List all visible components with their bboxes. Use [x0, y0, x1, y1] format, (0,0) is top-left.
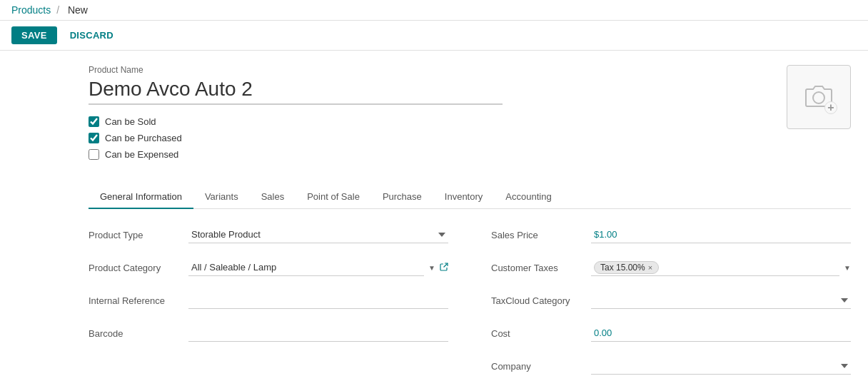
cost-value	[591, 325, 851, 342]
product-category-external-link-icon[interactable]	[440, 263, 448, 273]
checkboxes-section: Can be Sold Can be Purchased Can be Expe…	[89, 116, 787, 160]
sales-price-input[interactable]	[591, 226, 851, 243]
svg-point-0	[813, 92, 824, 103]
form-left: Product Type Storable Product Consumable…	[89, 223, 448, 381]
customer-taxes-row: Customer Taxes Tax 15.00% × ▼	[491, 256, 851, 279]
product-type-value: Storable Product Consumable Service	[188, 226, 448, 243]
tab-general-information[interactable]: General Information	[89, 186, 193, 209]
sales-price-row: Sales Price	[491, 223, 851, 246]
tab-point-of-sale[interactable]: Point of Sale	[296, 186, 371, 209]
company-select[interactable]	[591, 357, 851, 375]
internal-reference-row: Internal Reference	[89, 289, 448, 312]
product-category-row: Product Category ▼	[89, 256, 448, 279]
tab-variants[interactable]: Variants	[193, 186, 250, 209]
taxcloud-category-value	[591, 292, 851, 309]
sales-price-label: Sales Price	[491, 230, 591, 240]
breadcrumb-bar: Products / New	[0, 0, 868, 21]
barcode-value	[188, 325, 448, 342]
tab-purchase[interactable]: Purchase	[371, 186, 433, 209]
cost-row: Cost	[491, 322, 851, 345]
product-category-label: Product Category	[89, 263, 188, 273]
tabs-bar: General Information Variants Sales Point…	[89, 186, 851, 209]
action-bar: SAVE DISCARD	[0, 21, 868, 51]
breadcrumb-parent[interactable]: Products	[11, 4, 51, 16]
tax-badge-label: Tax 15.00%	[600, 263, 645, 273]
can-be-purchased-row: Can be Purchased	[89, 133, 787, 143]
main-content: Product Name Can be Sold Can be Purchase…	[71, 51, 868, 381]
product-category-input[interactable]	[188, 259, 424, 276]
tax-badge: Tax 15.00% ×	[594, 261, 659, 274]
product-type-select[interactable]: Storable Product Consumable Service	[188, 226, 448, 243]
breadcrumb-current: New	[68, 4, 88, 16]
customer-taxes-container[interactable]: Tax 15.00% ×	[591, 260, 839, 276]
product-header: Product Name Can be Sold Can be Purchase…	[89, 65, 851, 174]
customer-taxes-dropdown-icon[interactable]: ▼	[844, 264, 851, 272]
customer-taxes-value: Tax 15.00% × ▼	[591, 260, 851, 276]
breadcrumb-separator: /	[56, 4, 59, 16]
barcode-input[interactable]	[188, 325, 448, 342]
can-be-purchased-label[interactable]: Can be Purchased	[105, 133, 182, 143]
can-be-expensed-row: Can be Expensed	[89, 149, 787, 160]
can-be-sold-row: Can be Sold	[89, 116, 787, 127]
taxcloud-category-label: TaxCloud Category	[491, 295, 591, 306]
camera-plus-icon: +	[824, 101, 837, 114]
can-be-expensed-label[interactable]: Can be Expensed	[105, 149, 178, 160]
taxcloud-category-select[interactable]	[591, 292, 851, 309]
sales-price-value	[591, 226, 851, 243]
barcode-row: Barcode	[89, 322, 448, 345]
internal-reference-label: Internal Reference	[89, 295, 188, 306]
customer-taxes-label: Customer Taxes	[491, 263, 591, 273]
product-name-label: Product Name	[89, 65, 787, 75]
breadcrumb: Products / New	[11, 4, 91, 16]
save-button[interactable]: SAVE	[11, 26, 57, 44]
product-category-dropdown-icon: ▼	[428, 264, 435, 272]
taxcloud-category-row: TaxCloud Category	[491, 289, 851, 312]
can-be-sold-label[interactable]: Can be Sold	[105, 116, 156, 127]
barcode-label: Barcode	[89, 328, 188, 339]
can-be-sold-checkbox[interactable]	[89, 116, 99, 127]
company-label: Company	[491, 361, 591, 372]
cost-label: Cost	[491, 328, 591, 339]
company-value	[591, 357, 851, 375]
cost-input[interactable]	[591, 325, 851, 342]
product-category-value: ▼	[188, 259, 448, 276]
form-right: Sales Price Customer Taxes Tax 15.00% × …	[491, 223, 851, 381]
product-type-row: Product Type Storable Product Consumable…	[89, 223, 448, 246]
tab-inventory[interactable]: Inventory	[433, 186, 494, 209]
tab-accounting[interactable]: Accounting	[494, 186, 562, 209]
can-be-expensed-checkbox[interactable]	[89, 149, 99, 160]
company-row: Company	[491, 355, 851, 377]
product-type-label: Product Type	[89, 230, 188, 240]
can-be-purchased-checkbox[interactable]	[89, 133, 99, 143]
product-image-placeholder[interactable]: +	[787, 65, 851, 129]
tab-sales[interactable]: Sales	[250, 186, 296, 209]
product-name-input[interactable]	[89, 78, 503, 105]
form-content: Product Type Storable Product Consumable…	[89, 223, 851, 381]
internal-reference-value	[188, 292, 448, 309]
product-name-section: Product Name Can be Sold Can be Purchase…	[89, 65, 787, 174]
discard-button[interactable]: DISCARD	[63, 26, 121, 44]
tax-remove-icon[interactable]: ×	[648, 263, 652, 272]
internal-reference-input[interactable]	[188, 292, 448, 309]
